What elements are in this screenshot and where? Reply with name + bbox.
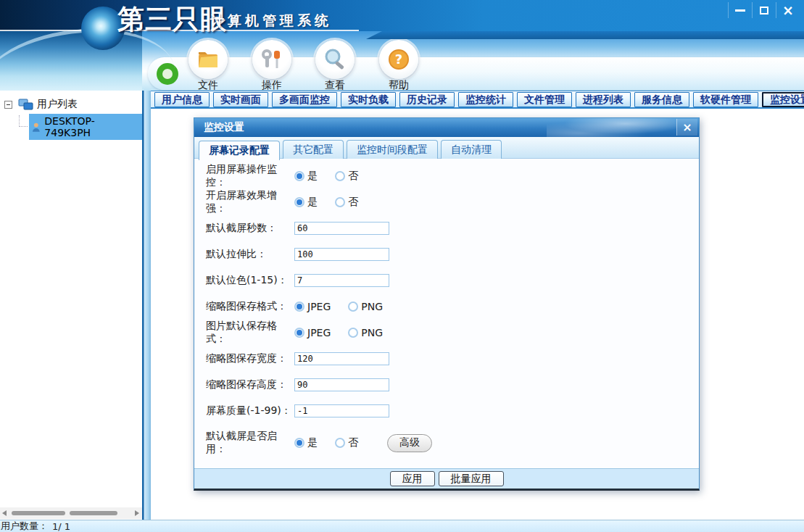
dialog-close-button[interactable]: ×	[676, 119, 697, 136]
sidebar-user-tree: 用户列表 DESKTOP-749K3PH	[0, 91, 142, 520]
thumbnail-width-input[interactable]	[294, 352, 389, 365]
tab-file-manager[interactable]: 文件管理	[517, 92, 572, 107]
magnifier-icon	[323, 47, 347, 72]
radio-label: JPEG	[307, 327, 331, 338]
advanced-button[interactable]: 高级	[387, 434, 432, 452]
radio-option-no[interactable]: 否	[335, 170, 358, 183]
tab-monitor-stats[interactable]: 监控统计	[458, 92, 513, 107]
scroll-right-icon[interactable]	[135, 510, 139, 516]
main-tabbar: 用户信息 实时画面 多画面监控 实时负载 历史记录 监控统计 文件管理 进程列表…	[142, 91, 804, 109]
screen-quality-input[interactable]	[294, 404, 389, 417]
dialog-titlebar[interactable]: 监控设置 ×	[194, 118, 699, 137]
radio-icon[interactable]	[335, 438, 345, 448]
toolbar-item-view[interactable]: 查看	[312, 40, 357, 92]
tab-multi-view[interactable]: 多画面监控	[272, 92, 337, 107]
radio-option-no[interactable]: 否	[335, 196, 358, 209]
dialog-tab-screen-record[interactable]: 屏幕记录配置	[199, 141, 280, 160]
dialog-footer: 应用 批量应用	[194, 468, 699, 489]
batch-apply-button[interactable]: 批量应用	[439, 471, 504, 486]
radio-option-jpeg[interactable]: JPEG	[294, 301, 331, 312]
field-label: 开启屏幕效果增强：	[206, 189, 294, 215]
window-controls: ×	[728, 2, 800, 18]
field-label: 默认截屏秒数：	[206, 222, 294, 235]
radio-label: PNG	[361, 327, 383, 338]
close-button[interactable]: ×	[776, 2, 800, 18]
bit-color-input[interactable]	[294, 274, 389, 287]
tab-live-view[interactable]: 实时画面	[213, 92, 268, 107]
radio-option-yes[interactable]: 是	[294, 170, 318, 183]
folder-icon	[196, 49, 220, 70]
radio-label: PNG	[361, 301, 383, 312]
minimize-icon	[735, 9, 745, 12]
close-icon: ×	[782, 4, 794, 17]
radio-selected-icon[interactable]	[294, 302, 304, 312]
toolbar-item-operate[interactable]: 操作	[249, 40, 294, 92]
form-row-thumbnail-height: 缩略图保存高度：	[206, 372, 699, 398]
svg-text:?: ?	[395, 51, 402, 67]
toolbar-strip	[148, 57, 804, 90]
thumbnail-height-input[interactable]	[294, 378, 389, 391]
field-label: 缩略图保存宽度：	[206, 352, 294, 365]
radio-selected-icon[interactable]	[294, 438, 304, 448]
radio-label: 是	[307, 196, 318, 209]
form-row-image-format: 图片默认保存格式： JPEG PNG	[206, 320, 699, 346]
toolbar-item-file[interactable]: 文件	[186, 40, 231, 92]
tab-service-info[interactable]: 服务信息	[634, 92, 689, 107]
field-label: 屏幕质量(-1-99)：	[206, 404, 294, 417]
tools-icon	[260, 49, 284, 70]
sidebar-horizontal-scrollbar[interactable]	[0, 507, 142, 519]
form-row-bit-color: 默认位色(1-15)：	[206, 267, 699, 294]
sidebar-splitter[interactable]	[142, 91, 151, 520]
apply-button[interactable]: 应用	[390, 471, 435, 486]
radio-option-yes[interactable]: 是	[294, 436, 318, 449]
tab-live-load[interactable]: 实时负载	[341, 92, 396, 107]
form-row-stretch-ratio: 默认拉伸比：	[206, 241, 699, 267]
tab-history[interactable]: 历史记录	[399, 92, 455, 107]
dialog-tab-other-config[interactable]: 其它配置	[283, 140, 344, 159]
scrollbar-thumb[interactable]	[70, 511, 117, 515]
form-row-screen-enhance: 开启屏幕效果增强： 是 否	[206, 189, 699, 215]
radio-option-yes[interactable]: 是	[294, 196, 318, 209]
maximize-button[interactable]	[752, 2, 776, 18]
user-count-label: 用户数量：	[1, 520, 48, 532]
field-label: 缩略图保存高度：	[206, 378, 294, 391]
field-label: 图片默认保存格式：	[206, 320, 294, 346]
radio-option-png[interactable]: PNG	[348, 327, 383, 338]
app-window: 第三只眼 计算机管理系统 × 文件	[0, 0, 804, 532]
stretch-ratio-input[interactable]	[294, 248, 389, 261]
dialog-tab-auto-clean[interactable]: 自动清理	[441, 140, 502, 159]
tab-monitor-settings[interactable]: 监控设置	[762, 92, 804, 107]
radio-icon[interactable]	[335, 197, 345, 207]
radio-icon[interactable]	[335, 171, 345, 181]
banner-step	[366, 31, 804, 39]
field-label: 默认拉伸比：	[206, 248, 294, 261]
scroll-left-icon[interactable]	[2, 510, 7, 516]
radio-selected-icon[interactable]	[294, 328, 304, 338]
help-icon: ?	[387, 48, 410, 71]
radio-icon[interactable]	[348, 328, 358, 338]
radio-option-png[interactable]: PNG	[348, 301, 383, 312]
minimize-button[interactable]	[728, 2, 752, 18]
scrollbar-thumb[interactable]	[12, 511, 65, 515]
dialog-tab-time-period[interactable]: 监控时间段配置	[347, 140, 438, 159]
radio-option-no[interactable]: 否	[335, 436, 358, 449]
tab-process-list[interactable]: 进程列表	[576, 92, 631, 107]
dialog-content: 启用屏幕操作监控： 是 否 开启屏幕效果增强： 是 否	[194, 159, 699, 468]
radio-label: JPEG	[307, 301, 331, 312]
radio-selected-icon[interactable]	[294, 197, 304, 207]
radio-label: 是	[307, 170, 318, 183]
toolbar: 文件 操作 查看	[142, 31, 804, 91]
toolbar-item-help[interactable]: ? 帮助	[376, 40, 421, 92]
screenshot-seconds-input[interactable]	[294, 222, 389, 235]
radio-option-jpeg[interactable]: JPEG	[294, 327, 331, 338]
field-label: 默认位色(1-15)：	[206, 274, 294, 287]
tab-hardware-software[interactable]: 软硬件管理	[693, 92, 758, 107]
radio-label: 否	[348, 170, 358, 183]
dialog-tabbar: 屏幕记录配置 其它配置 监控时间段配置 自动清理	[194, 137, 699, 159]
user-count-value: 1/ 1	[52, 521, 70, 532]
radio-selected-icon[interactable]	[294, 171, 304, 181]
form-row-screenshot-seconds: 默认截屏秒数：	[206, 215, 699, 241]
monitor-settings-dialog: 监控设置 × 屏幕记录配置 其它配置 监控时间段配置 自动清理 启用屏幕操作监控…	[194, 117, 700, 491]
radio-label: 是	[307, 436, 318, 449]
radio-icon[interactable]	[348, 302, 358, 312]
